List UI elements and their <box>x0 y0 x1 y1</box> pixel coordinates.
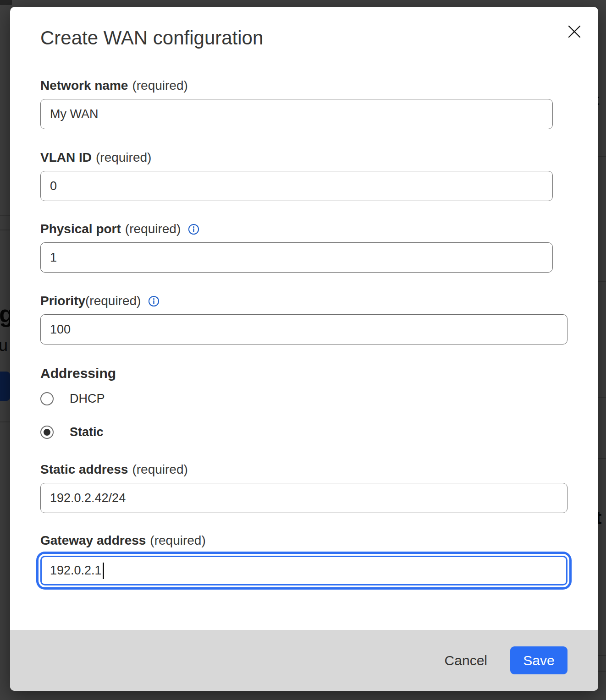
gateway-address-input[interactable]: 192.0.2.1 <box>40 556 567 585</box>
static-address-input[interactable] <box>40 483 567 513</box>
gateway-address-label: Gateway address (required) <box>40 533 598 548</box>
vlan-id-label: VLAN ID (required) <box>40 150 598 165</box>
dialog-footer: Cancel Save <box>10 630 598 691</box>
priority-label: Priority (required) <box>40 293 598 309</box>
info-icon[interactable] <box>148 295 160 307</box>
radio-icon <box>40 392 54 405</box>
network-name-input[interactable] <box>40 99 553 129</box>
addressing-radio-static[interactable]: Static <box>40 425 598 439</box>
static-address-label: Static address (required) <box>40 462 598 477</box>
vlan-id-input[interactable] <box>40 171 553 201</box>
radio-label: Static <box>70 425 104 439</box>
text-cursor <box>103 563 104 579</box>
addressing-radio-dhcp[interactable]: DHCP <box>40 391 598 406</box>
info-icon[interactable] <box>188 224 199 235</box>
cancel-button[interactable]: Cancel <box>445 653 487 668</box>
addressing-heading: Addressing <box>40 365 598 382</box>
physical-port-label: Physical port (required) <box>40 221 598 237</box>
radio-icon <box>40 426 54 439</box>
gateway-address-value: 192.0.2.1 <box>50 563 102 578</box>
network-name-label: Network name (required) <box>40 78 598 93</box>
create-wan-dialog: Create WAN configuration Network name (r… <box>10 7 598 691</box>
physical-port-input[interactable] <box>40 242 553 273</box>
priority-input[interactable] <box>40 314 567 345</box>
save-button[interactable]: Save <box>510 646 567 674</box>
radio-label: DHCP <box>70 392 105 406</box>
dialog-title: Create WAN configuration <box>40 27 598 49</box>
